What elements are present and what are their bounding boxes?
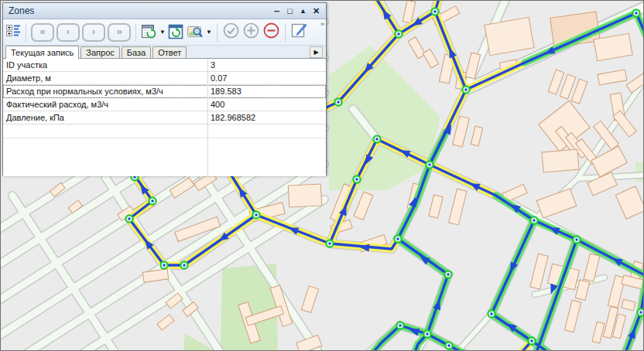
table-row-focused[interactable]: Расход при нормальных условиях, м3/ч 189… bbox=[3, 85, 326, 98]
tab-scroll-right-button[interactable]: ▶ bbox=[310, 46, 323, 58]
record-grid: ID участка 3 Диаметр, м 0.07 Расход при … bbox=[3, 59, 326, 176]
field-value[interactable]: 0.07 bbox=[211, 73, 227, 83]
field-value[interactable]: 189.583 bbox=[211, 87, 242, 96]
field-label: Диаметр, м bbox=[6, 73, 51, 83]
field-label: Расход при нормальных условиях, м3/ч bbox=[6, 87, 163, 96]
table-row[interactable]: Давление, кПа 182.968582 bbox=[3, 111, 326, 124]
toolbar: « ‹ › » ▼ bbox=[3, 19, 326, 46]
titlebar[interactable]: Zones – □ ▲ ✕ bbox=[3, 3, 326, 19]
toolbar-separator bbox=[135, 23, 136, 42]
tab-current-record[interactable]: Текущая запись bbox=[5, 46, 79, 59]
previous-record-button[interactable]: ‹ bbox=[57, 23, 80, 42]
tab-bar: Текущая запись Запрос База Ответ ▶ bbox=[3, 46, 326, 59]
field-value[interactable]: 182.968582 bbox=[211, 113, 255, 122]
first-record-button[interactable]: « bbox=[31, 23, 54, 42]
map-locate-button[interactable]: ▼ bbox=[187, 24, 212, 40]
column-divider[interactable] bbox=[207, 59, 208, 176]
next-record-button[interactable]: › bbox=[82, 23, 105, 42]
toolbar-separator bbox=[285, 23, 286, 42]
last-record-button[interactable]: » bbox=[108, 23, 131, 42]
toolbar-separator bbox=[26, 23, 26, 42]
refresh-table-button[interactable]: ▼ bbox=[141, 24, 166, 40]
close-button[interactable]: ✕ bbox=[310, 4, 323, 18]
toolbar-separator bbox=[217, 23, 218, 42]
tab-response[interactable]: Ответ bbox=[152, 46, 187, 58]
edit-record-button[interactable] bbox=[290, 22, 309, 43]
chevron-down-icon[interactable]: ▼ bbox=[159, 29, 166, 36]
table-row[interactable]: Диаметр, м 0.07 bbox=[3, 72, 326, 85]
grid-line bbox=[3, 138, 326, 138]
field-label: Фактический расход, м3/ч bbox=[6, 100, 108, 109]
field-label: ID участка bbox=[6, 60, 47, 70]
pin-up-button[interactable]: ▲ bbox=[296, 4, 310, 18]
table-row[interactable]: ID участка 3 bbox=[3, 59, 326, 72]
insert-record-button[interactable] bbox=[242, 22, 260, 43]
refresh-view-button[interactable] bbox=[168, 24, 184, 40]
confirm-edit-button[interactable] bbox=[222, 22, 240, 43]
panel-title: Zones bbox=[9, 5, 270, 16]
field-value[interactable]: 400 bbox=[211, 100, 224, 109]
chevron-down-icon[interactable]: ▼ bbox=[206, 29, 212, 36]
maximize-button[interactable]: □ bbox=[283, 4, 296, 18]
field-label: Давление, кПа bbox=[6, 113, 64, 122]
minimize-button[interactable]: – bbox=[270, 6, 283, 15]
field-value[interactable]: 3 bbox=[211, 60, 215, 70]
record-tree-icon[interactable] bbox=[6, 24, 21, 40]
tab-query[interactable]: Запрос bbox=[80, 46, 119, 58]
toolbar-overflow-icon[interactable]: » bbox=[320, 20, 324, 28]
tab-database[interactable]: База bbox=[122, 46, 151, 58]
table-row[interactable]: Фактический расход, м3/ч 400 bbox=[3, 98, 326, 111]
gis-app-window: Zones – □ ▲ ✕ « ‹ › » bbox=[0, 0, 644, 351]
zones-panel: Zones – □ ▲ ✕ « ‹ › » bbox=[2, 2, 327, 176]
delete-record-button[interactable] bbox=[262, 22, 280, 43]
